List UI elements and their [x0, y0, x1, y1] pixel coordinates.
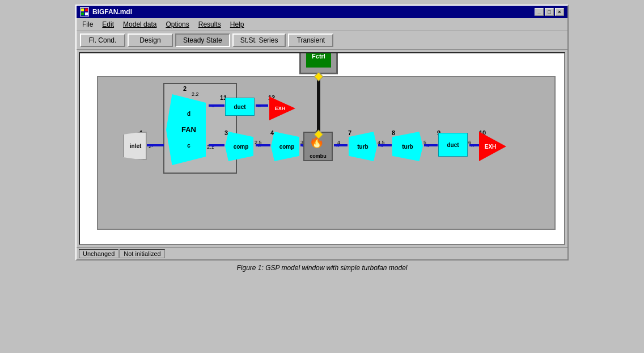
exh10-comp[interactable]: EXH	[479, 132, 506, 161]
stst-series-button[interactable]: St.St. Series	[232, 33, 286, 47]
node-22-label: 2.2	[192, 91, 199, 97]
svg-rect-1	[81, 9, 84, 11]
menu-model-data[interactable]: Model data	[120, 19, 160, 30]
duct9-label: duct	[447, 142, 459, 148]
title-bar: BIGFAN.mdl _ □ ×	[77, 6, 567, 18]
maximize-button[interactable]: □	[545, 8, 554, 16]
menu-edit[interactable]: Edit	[99, 19, 117, 30]
comp4-comp[interactable]: comp	[271, 132, 299, 161]
exh10-label: EXH	[485, 144, 497, 150]
title-bar-controls: _ □ ×	[535, 8, 564, 16]
menu-results[interactable]: Results	[195, 19, 224, 30]
node-7-num: 7	[348, 129, 351, 136]
node-2-label: 2	[183, 85, 187, 92]
menu-help[interactable]: Help	[227, 19, 248, 30]
fl-cond-button[interactable]: Fl. Cond.	[80, 33, 125, 47]
fctrl-connection-line	[317, 74, 320, 134]
node-8-num: 8	[392, 129, 395, 136]
svg-rect-4	[85, 12, 88, 15]
design-button[interactable]: Design	[128, 33, 173, 47]
arrow-8-9: »	[426, 142, 430, 149]
duct9-comp[interactable]: duct	[438, 133, 468, 157]
minimize-button[interactable]: _	[535, 8, 544, 16]
arrow-3-4: »	[258, 142, 261, 149]
status-state: Unchanged	[79, 249, 118, 258]
canvas-area: 2 2.2 d FAN c 1 inlet 2	[79, 52, 565, 245]
arrow-11-12: »	[258, 102, 261, 109]
fan-comp[interactable]: d FAN c	[166, 94, 206, 165]
inlet-comp[interactable]: inlet	[123, 132, 147, 160]
main-window: BIGFAN.mdl _ □ × File Edit Model data Op…	[75, 5, 569, 260]
arrow-7-8: »	[380, 142, 384, 149]
comp3-comp[interactable]: comp	[225, 132, 253, 161]
svg-rect-3	[81, 12, 84, 15]
inlet-label: inlet	[130, 143, 142, 149]
svg-rect-2	[85, 9, 88, 11]
fctrl-inner: Fctrl	[306, 52, 331, 68]
menu-bar: File Edit Model data Options Results Hel…	[77, 18, 567, 31]
duct11-comp[interactable]: duct	[225, 98, 255, 116]
arrow-1-2: »	[150, 142, 154, 149]
title-bar-left: BIGFAN.mdl	[80, 7, 132, 16]
fan-label: d FAN c	[181, 111, 196, 149]
toolbar: Fl. Cond. Design Steady State St.St. Ser…	[77, 31, 567, 50]
menu-file[interactable]: File	[79, 19, 96, 30]
arrow-9-10: »	[471, 142, 474, 149]
comp3-label: comp	[234, 144, 249, 150]
duct11-label: duct	[234, 104, 245, 110]
turb7-label: turb	[357, 144, 368, 150]
close-button[interactable]: ×	[555, 8, 564, 16]
window-title: BIGFAN.mdl	[92, 8, 132, 16]
steady-state-button[interactable]: Steady State	[175, 33, 230, 47]
node-4-num: 4	[270, 129, 274, 136]
exh12-label: EXH	[275, 106, 286, 111]
menu-options[interactable]: Options	[162, 19, 192, 30]
turb7-comp[interactable]: turb	[349, 132, 377, 161]
node-3-num: 3	[224, 129, 228, 136]
turb8-label: turb	[402, 144, 413, 150]
arrow-6-7: »	[336, 142, 340, 149]
flow-1-2	[147, 144, 164, 146]
combustor-label: combu	[310, 153, 327, 159]
arrow-2-3: »	[211, 142, 215, 149]
app-icon	[80, 7, 89, 16]
system-boundary: 2 2.2 d FAN c 1 inlet 2	[97, 76, 556, 230]
arrow-upper-d-11: »	[211, 102, 215, 109]
figure-caption: Figure 1: GSP model window with simple t…	[0, 264, 644, 272]
exh12-comp[interactable]: EXH	[269, 96, 295, 120]
fctrl-comp[interactable]: 5 Fctrl	[299, 52, 338, 74]
status-bar: Unchanged Not initialized	[77, 247, 567, 259]
comp4-label: comp	[279, 144, 295, 150]
turb8-comp[interactable]: turb	[392, 132, 423, 161]
status-init: Not initialized	[120, 249, 164, 258]
transient-button[interactable]: Transient	[288, 33, 333, 47]
